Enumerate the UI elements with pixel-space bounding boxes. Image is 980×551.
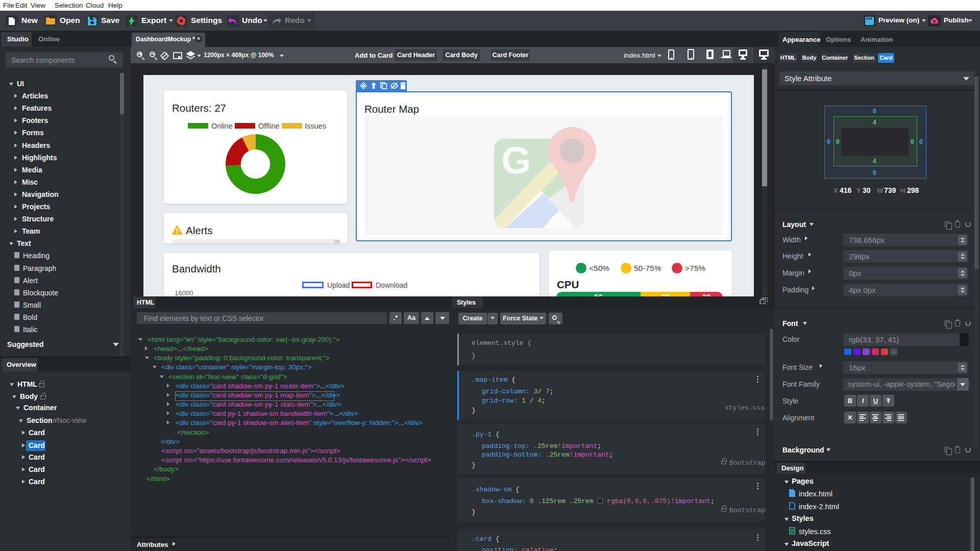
svg-text:G: G (501, 139, 531, 182)
